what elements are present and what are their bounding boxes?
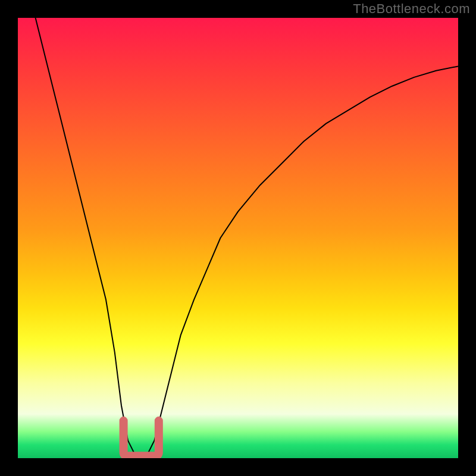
plot-area (18, 18, 458, 458)
chart-frame: TheBottleneck.com (0, 0, 476, 476)
bottleneck-curve-path (36, 18, 458, 456)
watermark-text: TheBottleneck.com (353, 1, 470, 17)
curve-layer (18, 18, 458, 458)
minimum-marker-path (124, 421, 159, 456)
